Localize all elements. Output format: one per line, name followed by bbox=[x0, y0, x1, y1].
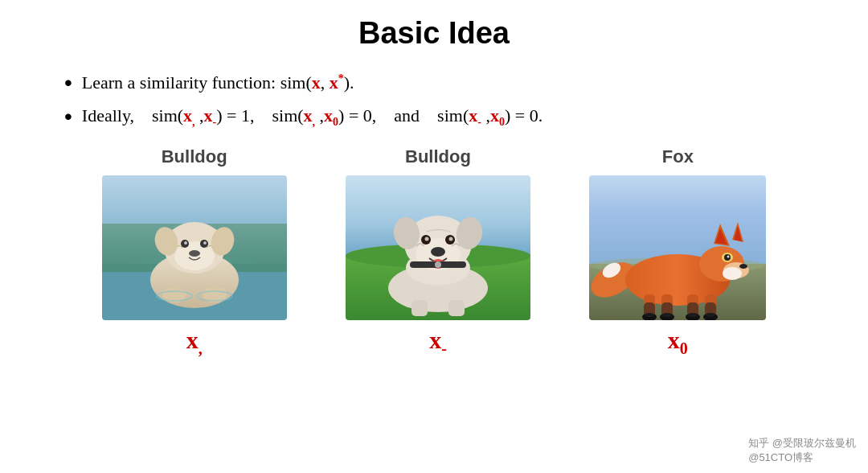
dog-image-2 bbox=[346, 175, 530, 320]
image-label-3: Fox bbox=[662, 146, 694, 167]
svg-point-53 bbox=[739, 264, 747, 269]
svg-point-61 bbox=[723, 267, 742, 280]
var-label-1: x, bbox=[186, 327, 203, 358]
svg-point-9 bbox=[184, 241, 187, 245]
svg-point-34 bbox=[435, 261, 441, 268]
image-column-1: Bulldog bbox=[102, 146, 287, 358]
bullet-dot-2: • bbox=[64, 105, 72, 128]
svg-point-10 bbox=[203, 241, 207, 245]
var-sub-1: , bbox=[199, 339, 203, 357]
var-x-2: x bbox=[429, 327, 441, 353]
watermark-text-1: 知乎 @受限玻尔兹曼机 bbox=[748, 437, 856, 449]
image-label-2: Bulldog bbox=[405, 146, 471, 167]
bullet-1: • Learn a similarity function: sim(x, x*… bbox=[64, 68, 820, 97]
dog-image-1 bbox=[102, 175, 287, 320]
svg-rect-37 bbox=[589, 175, 766, 264]
bullet-section: • Learn a similarity function: sim(x, x*… bbox=[64, 68, 820, 132]
image-label-1: Bulldog bbox=[162, 146, 227, 167]
svg-point-56 bbox=[727, 255, 730, 257]
svg-rect-64 bbox=[687, 302, 698, 317]
slide: Basic Idea • Learn a similarity function… bbox=[0, 0, 868, 473]
svg-point-28 bbox=[448, 236, 452, 241]
watermark: 知乎 @受限玻尔兹曼机 @51CTO博客 bbox=[748, 436, 856, 465]
images-section: Bulldog bbox=[48, 146, 820, 358]
slide-title: Basic Idea bbox=[48, 16, 820, 51]
fox-image bbox=[589, 175, 766, 320]
image-column-3: Fox bbox=[589, 146, 766, 358]
var-x-1: x bbox=[186, 327, 199, 353]
bullet-1-text: Learn a similarity function: sim(x, x*). bbox=[82, 68, 354, 97]
var-x-3: x bbox=[668, 327, 680, 353]
svg-rect-35 bbox=[411, 300, 428, 316]
var-label-2: x- bbox=[429, 327, 447, 358]
var-sub-2: - bbox=[441, 339, 447, 357]
svg-point-27 bbox=[424, 236, 428, 241]
svg-rect-65 bbox=[705, 302, 716, 317]
svg-rect-62 bbox=[644, 302, 655, 317]
bullet-dot-1: • bbox=[64, 72, 72, 94]
watermark-text-2: @51CTO博客 bbox=[748, 451, 813, 463]
svg-point-29 bbox=[431, 247, 445, 257]
svg-point-11 bbox=[189, 250, 200, 257]
svg-rect-63 bbox=[661, 302, 673, 317]
bullet-2-text: Ideally, sim(x, ,x-) = 1, sim(x, ,x0) = … bbox=[82, 101, 542, 132]
image-column-2: Bulldog bbox=[346, 146, 530, 358]
var-label-3: x0 bbox=[668, 327, 688, 358]
var-sub-3: 0 bbox=[680, 339, 688, 357]
svg-rect-36 bbox=[448, 300, 465, 316]
bullet-2: • Ideally, sim(x, ,x-) = 1, sim(x, ,x0) … bbox=[64, 101, 820, 132]
